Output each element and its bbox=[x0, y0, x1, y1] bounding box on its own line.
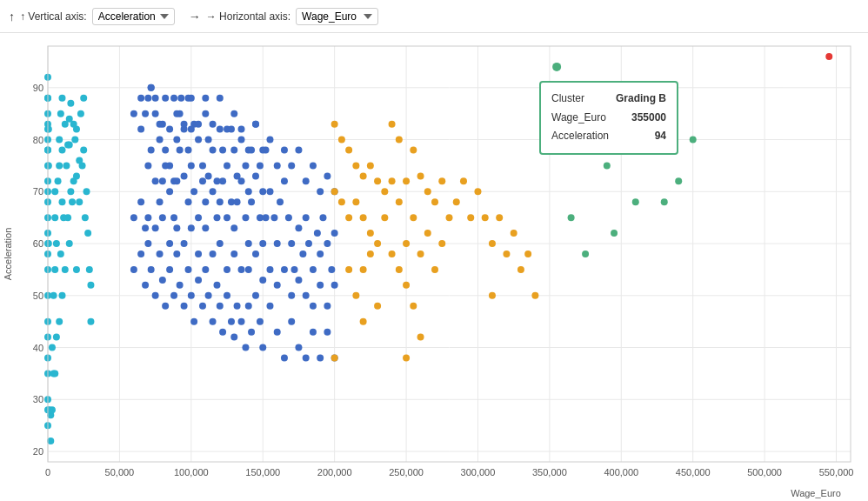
vertical-axis-selector[interactable]: ↑ ↑ Vertical axis: Acceleration Wage_Eur… bbox=[9, 8, 175, 25]
top-bar: ↑ ↑ Vertical axis: Acceleration Wage_Eur… bbox=[0, 0, 868, 33]
tooltip-wage-value: 355000 bbox=[631, 109, 666, 128]
tooltip: Cluster Grading B Wage_Euro 355000 Accel… bbox=[539, 81, 678, 155]
chart-area: Cluster Grading B Wage_Euro 355000 Accel… bbox=[0, 33, 868, 501]
vertical-axis-label: ↑ Vertical axis: bbox=[20, 10, 87, 23]
tooltip-wage-label: Wage_Euro bbox=[551, 109, 606, 128]
vertical-axis-icon: ↑ bbox=[9, 10, 15, 23]
horizontal-axis-select[interactable]: Wage_Euro Acceleration Overall Potential bbox=[296, 8, 378, 25]
horizontal-axis-selector[interactable]: → → Horizontal axis: Wage_Euro Accelerat… bbox=[189, 8, 378, 25]
tooltip-accel-value: 94 bbox=[655, 127, 666, 146]
horizontal-axis-label: → Horizontal axis: bbox=[206, 10, 290, 23]
tooltip-cluster-label: Cluster bbox=[551, 90, 584, 109]
horizontal-axis-icon: → bbox=[189, 10, 201, 23]
tooltip-accel-label: Acceleration bbox=[551, 127, 609, 146]
tooltip-cluster-value: Grading B bbox=[616, 90, 666, 109]
vertical-axis-select[interactable]: Acceleration Wage_Euro Overall Potential bbox=[92, 8, 175, 25]
